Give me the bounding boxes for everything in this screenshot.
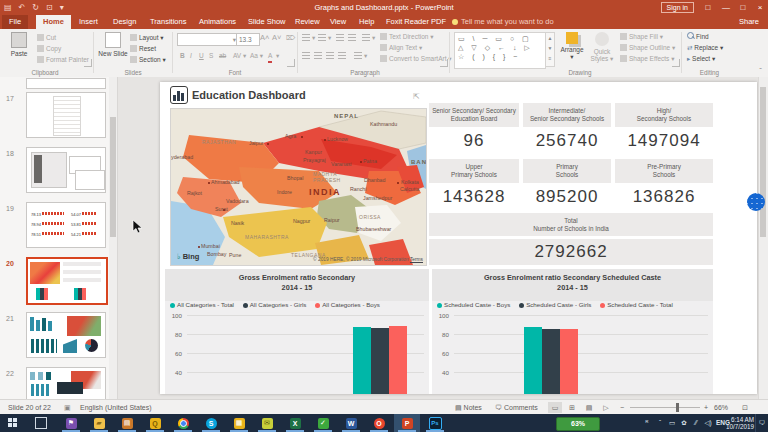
shape-effects-button[interactable]: Shape Effects ▾ xyxy=(620,54,674,64)
strikethrough-button[interactable]: ab xyxy=(219,51,226,61)
shrink-font-button[interactable]: A˅ xyxy=(272,33,281,43)
text-direction-button[interactable]: Text Direction ▾ xyxy=(380,32,433,42)
stat-total-value[interactable]: 2792662 xyxy=(429,239,713,265)
task-view-button[interactable] xyxy=(28,414,54,432)
character-spacing-button[interactable]: AV ▾ xyxy=(233,51,246,61)
align-text-button[interactable]: Align Text ▾ xyxy=(380,43,422,53)
bar-total[interactable] xyxy=(353,327,371,394)
tab-foxit-reader-pdf[interactable]: Foxit Reader PDF xyxy=(379,15,453,29)
stat-card-value[interactable]: 895200 xyxy=(523,187,611,207)
increase-indent-button[interactable] xyxy=(348,33,358,43)
bullets-button[interactable]: ▾ xyxy=(302,33,315,43)
underline-button[interactable]: U xyxy=(199,51,204,61)
chart-gross-enrolment-secondary[interactable]: Gross Enrolment ratio Secondary2014 - 15… xyxy=(165,269,429,394)
slide-title[interactable]: Education Dashboard xyxy=(192,89,306,101)
grow-font-button[interactable]: A˄ xyxy=(260,33,269,43)
taskbar-photoshop[interactable]: Ps xyxy=(422,414,448,432)
columns-button[interactable]: ▾ xyxy=(354,51,367,61)
italic-button[interactable]: I xyxy=(190,51,192,61)
shape-gallery-scroll[interactable]: ▲▼≡ xyxy=(545,32,555,67)
taskbar-app-remote[interactable]: ⚑ xyxy=(58,414,84,432)
slideshow-view-button[interactable]: ▷ xyxy=(599,402,613,413)
bar-boys[interactable] xyxy=(524,327,542,394)
stat-card-value[interactable]: 256740 xyxy=(523,131,611,151)
layout-button[interactable]: Layout ▾ xyxy=(130,33,164,43)
zoom-slider-track[interactable] xyxy=(630,407,700,408)
align-right-button[interactable] xyxy=(326,51,336,61)
notes-button[interactable]: ▤ Notes xyxy=(455,400,482,415)
find-button[interactable]: Find xyxy=(687,32,709,42)
arrange-button[interactable]: Arrange ▾ xyxy=(558,31,586,67)
line-spacing-button[interactable]: ▾ xyxy=(362,33,375,43)
stat-card-label[interactable]: PrimarySchools xyxy=(523,159,611,183)
taskbar-skype[interactable]: S xyxy=(198,414,224,432)
editor-scrollbar[interactable] xyxy=(758,77,768,399)
tab-view[interactable]: View xyxy=(323,15,353,29)
stat-card-value[interactable]: 1497094 xyxy=(615,131,713,151)
justify-button[interactable] xyxy=(338,51,348,61)
font-dialog-launcher[interactable] xyxy=(287,59,295,67)
security-tray-icon[interactable]: ✿ xyxy=(678,414,690,432)
tab-animations[interactable]: Animations xyxy=(192,15,243,29)
battery-indicator[interactable]: 63% xyxy=(556,417,600,431)
thumbnail-slide-19[interactable]: 78.13 78.94 78.51 54.07 53.81 54.21 xyxy=(26,202,106,248)
bar-girls[interactable] xyxy=(542,329,560,394)
paste-button[interactable]: Paste xyxy=(4,31,34,67)
font-color-button[interactable]: A xyxy=(268,51,272,63)
start-button[interactable] xyxy=(0,414,26,432)
stat-card-label[interactable]: Senior Secondary/ SecondaryEducation Boa… xyxy=(429,103,519,127)
language-indicator[interactable]: English (United States) xyxy=(80,400,152,415)
action-center-icon[interactable]: 🗨 xyxy=(755,414,768,432)
network-tray-icon[interactable]: ⁄⁄ xyxy=(690,414,702,432)
stat-card-label[interactable]: Pre-PrimarySchools xyxy=(615,159,713,183)
zoom-in-button[interactable]: + xyxy=(704,400,708,415)
minimize-button[interactable]: — xyxy=(718,0,734,15)
fit-slide-button[interactable]: ⊡ xyxy=(738,402,752,413)
normal-view-button[interactable]: ▭ xyxy=(548,402,562,413)
align-left-button[interactable] xyxy=(302,51,312,61)
tab-slide-show[interactable]: Slide Show xyxy=(241,15,293,29)
tab-design[interactable]: Design xyxy=(106,15,143,29)
thumbnail-slide-20[interactable] xyxy=(26,257,108,305)
people-tray-icon[interactable]: ᴿ xyxy=(640,414,654,432)
tab-insert[interactable]: Insert xyxy=(72,15,105,29)
shadow-button[interactable]: S xyxy=(209,51,213,61)
shape-outline-button[interactable]: Shape Outline ▾ xyxy=(620,43,675,53)
stat-card-label[interactable]: UpperPrimary Schools xyxy=(429,159,519,183)
thumbnail-slide-18[interactable] xyxy=(26,147,106,193)
taskbar-chrome[interactable] xyxy=(170,414,196,432)
reading-view-button[interactable]: ▤ xyxy=(582,402,596,413)
clear-formatting-button[interactable]: ⌦ xyxy=(286,33,295,43)
tell-me-box[interactable]: Tell me what you want to do xyxy=(452,15,554,29)
close-button[interactable]: × xyxy=(752,0,768,15)
taskbar-word[interactable]: W xyxy=(338,414,364,432)
taskbar-app-green[interactable]: ✓ xyxy=(310,414,336,432)
zoom-out-button[interactable]: − xyxy=(620,400,624,415)
tab-file[interactable]: File xyxy=(2,15,28,29)
section-button[interactable]: Section ▾ xyxy=(130,55,166,65)
taskbar-mail[interactable]: ✉ xyxy=(254,414,280,432)
zoom-level[interactable]: 66% xyxy=(714,400,728,415)
slide-canvas[interactable]: Education Dashboard ⇱ xyxy=(160,82,757,394)
taskbar-opera[interactable]: O xyxy=(366,414,392,432)
india-map[interactable]: NEPAL Kathmandu RAJASTHAN Jaipur Agra Lu… xyxy=(170,108,427,266)
tab-home[interactable]: Home xyxy=(36,15,71,29)
stat-total-label[interactable]: TotalNumber of Schools in India xyxy=(429,213,713,236)
restore-button[interactable]: □ xyxy=(735,0,751,15)
tab-transitions[interactable]: Transitions xyxy=(143,15,193,29)
stat-card-label[interactable]: High/Secondary Schools xyxy=(615,103,713,127)
bold-button[interactable]: B xyxy=(180,51,185,61)
taskbar-clock[interactable]: 6:14 AM10/7/2019 xyxy=(726,416,754,430)
reset-button[interactable]: Reset xyxy=(130,44,156,54)
slide-sorter-view-button[interactable]: ⊞ xyxy=(565,402,579,413)
thumbnail-slide-22[interactable] xyxy=(26,367,106,399)
change-case-button[interactable]: Aa ▾ xyxy=(250,51,263,61)
shape-fill-button[interactable]: Shape Fill ▾ xyxy=(620,32,663,42)
replace-button[interactable]: ⇄ Replace ▾ xyxy=(687,43,723,53)
clipboard-dialog-launcher[interactable] xyxy=(84,59,92,67)
thumbnail-slide-16[interactable] xyxy=(26,78,106,89)
bar-boys[interactable] xyxy=(389,326,407,394)
stat-card-value[interactable]: 143628 xyxy=(429,187,519,207)
bar-total[interactable] xyxy=(560,329,578,394)
chart-gross-enrolment-secondary-sc[interactable]: Gross Enrolment ratio Secondary Schedule… xyxy=(432,269,713,394)
